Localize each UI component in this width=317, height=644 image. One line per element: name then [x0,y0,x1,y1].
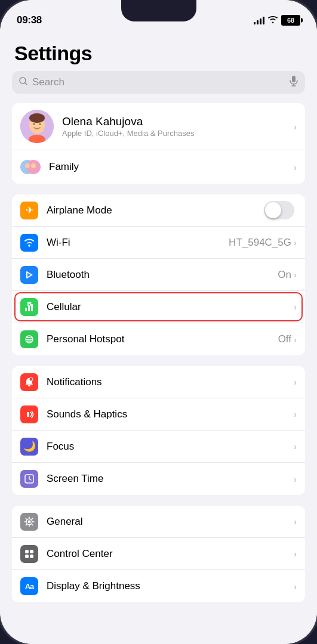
wifi-status-icon [268,15,278,26]
notifications-row[interactable]: Notifications › [12,366,305,398]
hotspot-value: Off [278,333,291,345]
bluetooth-value-container: On › [278,269,297,281]
svg-point-26 [28,520,31,523]
chevron-icon: › [294,377,297,387]
svg-point-7 [29,113,45,123]
display-label: Display & Brightness [47,580,294,592]
toggle-knob [265,202,281,218]
cellular-row[interactable]: Cellular › [12,291,305,323]
svg-rect-28 [25,550,29,553]
avatar [20,110,54,143]
notifications-chevron: › [294,377,297,387]
sounds-chevron: › [294,409,297,419]
chevron-icon: › [294,409,297,419]
screentime-chevron: › [294,474,297,484]
sounds-icon [20,405,38,423]
chevron-icon: › [294,474,297,484]
focus-chevron: › [294,441,297,451]
airplane-row[interactable]: ✈ Airplane Mode [12,194,305,227]
general-row[interactable]: General › [12,506,305,538]
cellular-chevron-container: › [294,302,297,312]
screentime-label: Screen Time [47,473,294,485]
account-row[interactable]: Olena Kahujova Apple ID, iCloud+, Media … [12,103,305,150]
notch [121,0,196,21]
wifi-label: Wi-Fi [47,237,229,249]
search-bar[interactable]: Search [12,71,305,94]
account-subtitle: Apple ID, iCloud+, Media & Purchases [62,129,294,138]
mic-icon[interactable] [290,76,298,89]
focus-row[interactable]: 🌙 Focus › [12,431,305,463]
airplane-toggle-container[interactable] [264,201,297,219]
hotspot-icon [20,330,38,348]
general-icon [20,513,38,531]
chevron-icon: › [294,122,297,132]
display-row[interactable]: Aa Display & Brightness › [12,570,305,602]
battery-icon: 68 [281,15,300,26]
family-label: Family [49,161,294,173]
focus-label: Focus [47,441,294,453]
search-input[interactable]: Search [32,76,285,88]
account-name: Olena Kahujova [62,115,294,128]
wifi-content: Wi-Fi [47,237,229,249]
family-row[interactable]: Family › [12,150,305,184]
bluetooth-icon [20,266,38,284]
chevron-icon: › [294,302,297,312]
svg-point-10 [33,123,35,125]
content-area: Settings Search [0,32,317,644]
status-time: 09:38 [17,14,42,26]
account-chevron: › [294,122,297,132]
wifi-icon [20,234,38,252]
svg-point-22 [29,304,30,305]
airplane-icon: ✈ [20,202,38,219]
svg-rect-29 [30,550,33,553]
controlcenter-chevron: › [294,549,297,559]
airplane-toggle[interactable] [264,201,294,219]
notifications-group: Notifications › Soun [12,366,305,495]
cellular-content: Cellular [47,301,294,313]
chevron-icon: › [294,516,297,527]
hotspot-label: Personal Hotspot [47,333,278,345]
hotspot-row[interactable]: Personal Hotspot Off › [12,323,305,355]
sounds-row[interactable]: Sounds & Haptics › [12,398,305,431]
controlcenter-row[interactable]: Control Center › [12,538,305,570]
svg-rect-18 [25,308,27,311]
airplane-content: Airplane Mode [47,205,264,216]
svg-rect-24 [27,412,29,417]
svg-point-17 [28,244,30,247]
svg-rect-20 [31,304,33,311]
sounds-content: Sounds & Haptics [47,408,294,420]
hotspot-value-container: Off › [278,333,297,345]
chevron-icon: › [294,581,297,592]
cellular-icon [20,298,38,316]
screentime-content: Screen Time [47,473,294,485]
bluetooth-value: On [278,269,291,281]
controlcenter-label: Control Center [47,548,294,560]
display-chevron: › [294,581,297,592]
account-group: Olena Kahujova Apple ID, iCloud+, Media … [12,103,305,184]
focus-content: Focus [47,441,294,453]
wifi-value: HT_594C_5G [229,237,291,249]
svg-point-11 [39,123,41,125]
focus-icon: 🌙 [20,438,38,456]
controlcenter-icon [20,545,38,563]
display-content: Display & Brightness [47,580,294,592]
svg-point-23 [29,377,33,381]
svg-point-16 [31,163,36,168]
phone-screen: 09:38 68 [0,0,317,644]
account-info: Olena Kahujova Apple ID, iCloud+, Media … [62,115,294,138]
controlcenter-content: Control Center [47,548,294,560]
general-content: General [47,516,294,528]
screentime-row[interactable]: Screen Time › [12,463,305,495]
airplane-label: Airplane Mode [47,205,264,216]
svg-rect-30 [25,555,29,558]
page-title: Settings [0,32,317,71]
family-chevron: › [294,162,297,172]
wifi-value-container: HT_594C_5G › [229,237,297,249]
bluetooth-content: Bluetooth [47,269,278,281]
phone-frame: 09:38 68 [0,0,317,644]
bluetooth-row[interactable]: Bluetooth On › [12,259,305,291]
chevron-icon: › [294,162,297,172]
chevron-icon: › [294,441,297,451]
screentime-icon [20,470,38,488]
wifi-row[interactable]: Wi-Fi HT_594C_5G › [12,227,305,259]
